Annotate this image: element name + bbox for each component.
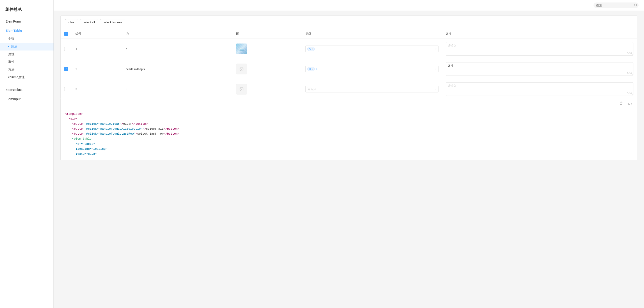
svg-point-7 (240, 88, 241, 89)
row2-checkbox[interactable] (64, 67, 68, 71)
row2-add-tag[interactable]: + (316, 67, 318, 71)
row2-name: ccsdaskdhajks... (122, 59, 232, 79)
th-note: 备注 (442, 29, 637, 39)
image-placeholder-icon (239, 67, 244, 71)
row3-checkbox-cell (60, 79, 72, 99)
row1-select-arrow: ▾ (435, 48, 436, 50)
row1-tag-a-close[interactable]: ✕ (312, 48, 313, 50)
sidebar: 组件总览 ElemForm ElemTable 安装 用法 属性 事件 方法 c… (0, 0, 54, 308)
demo-panel: clear select all select last row 编号 (60, 15, 637, 99)
row3-note-area: 0/10 ⊿ (446, 82, 634, 96)
row2-tag-b: B ✕ (307, 67, 315, 71)
row1-name: a (122, 39, 232, 59)
toggle-code-button[interactable]: </> (626, 101, 634, 106)
sidebar-item-column-props[interactable]: column属性 (0, 74, 54, 81)
sidebar-item-usage[interactable]: 用法 (0, 43, 54, 51)
code-toggle-icon: </> (627, 102, 632, 106)
select-last-row-button[interactable]: select last row (100, 19, 125, 25)
code-panel: </> <template> <div> <button @click="han… (60, 99, 637, 160)
image-decoration (239, 47, 244, 51)
row1-image-preview (236, 44, 247, 54)
row2-tag-b-close[interactable]: ✕ (312, 68, 313, 70)
row2-level-select[interactable]: B ✕ + ▾ (305, 66, 438, 72)
svg-line-1 (636, 6, 637, 6)
row2-image-placeholder (236, 64, 247, 74)
code-line-4: <button @click="handleToggleAllSelection… (65, 127, 632, 131)
code-line-9: :data="data" (65, 152, 632, 156)
row2-note: 备注 2/10 ⊿ (442, 59, 637, 79)
row2-note-input[interactable]: 备注 (448, 64, 632, 73)
demo-toolbar: clear select all select last row (60, 16, 637, 29)
sidebar-item-elemselect[interactable]: ElemSelect (0, 85, 54, 94)
row1-note-area: 0/10 ⊿ (446, 42, 634, 56)
code-line-6: <elem-table (65, 136, 632, 141)
svg-point-5 (240, 68, 241, 69)
sidebar-item-props[interactable]: 属性 (0, 51, 54, 58)
row1-note: 0/10 ⊿ (442, 39, 637, 59)
data-table: 编号 图 (60, 29, 637, 99)
table-header-row: 编号 图 (60, 29, 637, 39)
row1-image (232, 39, 302, 59)
clear-button[interactable]: clear (65, 19, 78, 25)
row3-level-select[interactable]: 请选择 ▾ (305, 86, 438, 92)
row3-checkbox[interactable] (64, 87, 68, 91)
row3-name: b (122, 79, 232, 99)
delete-code-button[interactable] (618, 101, 624, 106)
main-content: clear select all select last row 编号 (54, 0, 644, 308)
row2-level: B ✕ + ▾ (302, 59, 442, 79)
row3-select-placeholder: 请选择 (307, 87, 316, 91)
th-checkbox (60, 29, 72, 39)
code-line-7: ref="table" (65, 142, 632, 147)
code-line-5: <button @click="handleToggleLastRow">sel… (65, 131, 632, 136)
table-row: 2 ccsdaskdhajks... (60, 59, 637, 79)
row1-note-input[interactable] (448, 44, 632, 53)
code-toolbar: </> (60, 99, 637, 108)
sidebar-title: 组件总览 (0, 7, 54, 17)
th-num: 编号 (72, 29, 122, 39)
code-line-8: :loading="loading" (65, 147, 632, 152)
row3-num: 3 (72, 79, 122, 99)
divider (0, 83, 54, 83)
row2-resize[interactable]: ⊿ (630, 73, 633, 76)
sidebar-item-install[interactable]: 安装 (0, 35, 54, 43)
select-all-checkbox[interactable] (64, 32, 68, 36)
search-input[interactable] (596, 4, 634, 7)
row3-note-input[interactable] (448, 84, 632, 93)
trash-icon (620, 102, 623, 105)
sidebar-item-eleminput[interactable]: ElemInput (0, 94, 54, 104)
code-line-1: <template> (65, 112, 632, 117)
row1-tag-a: A ✕ (307, 47, 315, 51)
sidebar-item-events[interactable]: 事件 (0, 58, 54, 66)
sidebar-item-elemtable[interactable]: ElemTable (0, 26, 54, 35)
row2-select-arrow: ▾ (435, 68, 436, 70)
search-box[interactable] (594, 3, 638, 8)
row3-note: 0/10 ⊿ (442, 79, 637, 99)
row1-num: 1 (72, 39, 122, 59)
th-level: 等级 (302, 29, 442, 39)
image-placeholder-icon-2 (239, 87, 244, 91)
code-line-2: <div> (65, 117, 632, 122)
row1-level: A ✕ ▾ (302, 39, 442, 59)
th-time (122, 29, 232, 39)
search-icon (634, 4, 637, 7)
svg-point-3 (240, 48, 241, 49)
table-wrapper: 编号 图 (60, 29, 637, 99)
row1-tags: A ✕ (307, 47, 315, 51)
row3-level: 请选择 ▾ (302, 79, 442, 99)
row2-num: 2 (72, 59, 122, 79)
sidebar-item-elemform[interactable]: ElemForm (0, 17, 54, 26)
row3-select-arrow: ▾ (435, 88, 436, 90)
row3-image-placeholder (236, 84, 247, 95)
row1-level-select[interactable]: A ✕ ▾ (305, 46, 438, 52)
sidebar-item-methods[interactable]: 方法 (0, 66, 54, 74)
code-display: <template> <div> <button @click="handleC… (60, 108, 637, 160)
row3-resize[interactable]: ⊿ (630, 93, 633, 96)
clock-icon (126, 32, 129, 35)
svg-point-0 (634, 4, 636, 6)
row1-resize[interactable]: ⊿ (630, 53, 633, 56)
select-all-button[interactable]: select all (80, 19, 98, 25)
row2-checkbox-cell (60, 59, 72, 79)
content-area: clear select all select last row 编号 (54, 11, 644, 308)
row1-checkbox[interactable] (64, 47, 68, 51)
row3-image (232, 79, 302, 99)
